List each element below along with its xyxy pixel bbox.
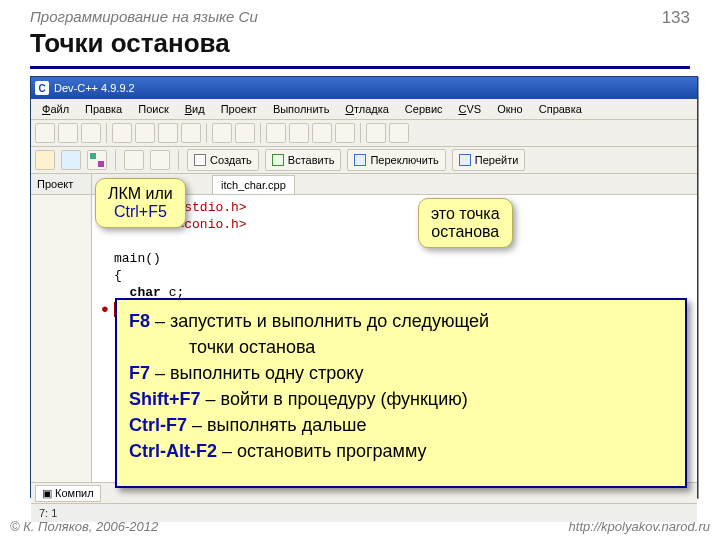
- callout-lkm: ЛКМ или Ctrl+F5: [95, 178, 186, 228]
- tool-button[interactable]: [112, 123, 132, 143]
- menu-debug[interactable]: Отладка: [338, 102, 396, 116]
- hotkey-key: F7: [129, 363, 150, 383]
- tool-button[interactable]: [81, 123, 101, 143]
- page-number: 133: [662, 8, 690, 28]
- tool-button[interactable]: [87, 150, 107, 170]
- toolbar-separator: [115, 150, 116, 170]
- hotkey-cont: точки останова: [129, 334, 673, 360]
- tool-button[interactable]: [61, 150, 81, 170]
- code-include-lib: <conio.h>: [176, 217, 246, 232]
- callout-text: это точка: [431, 205, 500, 223]
- menu-edit[interactable]: Правка: [78, 102, 129, 116]
- tool-button[interactable]: [335, 123, 355, 143]
- tool-button[interactable]: [181, 123, 201, 143]
- hotkey-desc: – остановить программу: [217, 441, 427, 461]
- sidebar-tab-project[interactable]: Проект: [31, 174, 91, 195]
- hotkey-row: F7 – выполнить одну строку: [129, 360, 673, 386]
- hotkey-key: Ctrl-Alt-F2: [129, 441, 217, 461]
- hotkey-key: Ctrl-F7: [129, 415, 187, 435]
- slide: Программирование на языке Си 133 Точки о…: [0, 0, 720, 540]
- toolbar-separator: [260, 123, 261, 143]
- menu-bar: Файл Правка Поиск Вид Проект Выполнить О…: [31, 99, 697, 120]
- tool-button[interactable]: [58, 123, 78, 143]
- insert-label: Вставить: [288, 154, 335, 166]
- callout-text: ЛКМ или: [108, 185, 173, 203]
- callout-text: останова: [431, 223, 500, 241]
- toolbar-separator: [106, 123, 107, 143]
- tool-button[interactable]: [135, 123, 155, 143]
- hotkey-row: F8 – запустить и выполнить до следующей: [129, 308, 673, 334]
- editor-tab[interactable]: itch_char.cpp: [212, 175, 295, 194]
- menu-cvs[interactable]: CVS: [452, 102, 489, 116]
- window-titlebar: C Dev-C++ 4.9.9.2: [31, 77, 697, 99]
- menu-project[interactable]: Проект: [214, 102, 264, 116]
- hotkey-row: Ctrl-Alt-F2 – остановить программу: [129, 438, 673, 464]
- callout-breakpoint: это точка останова: [418, 198, 513, 248]
- footer-copyright: © К. Поляков, 2006-2012: [10, 519, 158, 534]
- tool-button[interactable]: [35, 150, 55, 170]
- window-title: Dev-C++ 4.9.9.2: [54, 82, 135, 94]
- title-rule: [30, 66, 690, 69]
- toolbar-separator: [360, 123, 361, 143]
- breakpoint-marker[interactable]: ●: [96, 301, 114, 318]
- hotkeys-box: F8 – запустить и выполнить до следующей …: [115, 298, 687, 488]
- folder-icon: ▣: [42, 487, 55, 499]
- code-brace: {: [114, 268, 122, 283]
- toolbar-main: [31, 120, 697, 147]
- menu-run[interactable]: Выполнить: [266, 102, 336, 116]
- menu-window[interactable]: Окно: [490, 102, 530, 116]
- hotkey-desc: – выполнять дальше: [187, 415, 367, 435]
- slide-category: Программирование на языке Си: [30, 8, 258, 25]
- footer-url: http://kpolyakov.narod.ru: [569, 519, 710, 534]
- hotkey-desc: – выполнить одну строку: [150, 363, 363, 383]
- sidebar: Проект: [31, 174, 92, 482]
- tool-button[interactable]: [266, 123, 286, 143]
- hotkey-key: F8: [129, 311, 150, 331]
- create-label: Создать: [210, 154, 252, 166]
- code-include-lib: <stdio.h>: [176, 200, 246, 215]
- tool-button[interactable]: [158, 123, 178, 143]
- tool-button[interactable]: [312, 123, 332, 143]
- menu-file[interactable]: Файл: [35, 102, 76, 116]
- tool-button[interactable]: [366, 123, 386, 143]
- create-button[interactable]: Создать: [187, 149, 259, 171]
- toggle-label: Переключить: [370, 154, 438, 166]
- cursor-position: 7: 1: [39, 507, 57, 519]
- goto-button[interactable]: Перейти: [452, 149, 526, 171]
- compiler-tab[interactable]: ▣ Компил: [35, 485, 101, 502]
- compiler-label: Компил: [55, 487, 94, 499]
- toolbar-separator: [178, 150, 179, 170]
- tool-button[interactable]: [212, 123, 232, 143]
- menu-view[interactable]: Вид: [178, 102, 212, 116]
- menu-search[interactable]: Поиск: [131, 102, 175, 116]
- insert-button[interactable]: Вставить: [265, 149, 342, 171]
- toggle-button[interactable]: Переключить: [347, 149, 445, 171]
- tool-button[interactable]: [124, 150, 144, 170]
- app-icon: C: [35, 81, 49, 95]
- toolbar-secondary: Создать Вставить Переключить Перейти: [31, 147, 697, 174]
- code-main: main(): [114, 251, 161, 266]
- callout-hotkey: Ctrl+F5: [108, 203, 173, 221]
- tool-button[interactable]: [235, 123, 255, 143]
- toolbar-separator: [206, 123, 207, 143]
- hotkey-key: Shift+F7: [129, 389, 201, 409]
- hotkey-desc: – запустить и выполнить до следующей: [150, 311, 489, 331]
- tool-button[interactable]: [150, 150, 170, 170]
- goto-label: Перейти: [475, 154, 519, 166]
- tool-button[interactable]: [389, 123, 409, 143]
- menu-service[interactable]: Сервис: [398, 102, 450, 116]
- slide-title: Точки останова: [30, 28, 230, 59]
- tool-button[interactable]: [35, 123, 55, 143]
- hotkey-row: Ctrl-F7 – выполнять дальше: [129, 412, 673, 438]
- tool-button[interactable]: [289, 123, 309, 143]
- hotkey-desc: – войти в процедуру (функцию): [201, 389, 468, 409]
- menu-help[interactable]: Справка: [532, 102, 589, 116]
- hotkey-row: Shift+F7 – войти в процедуру (функцию): [129, 386, 673, 412]
